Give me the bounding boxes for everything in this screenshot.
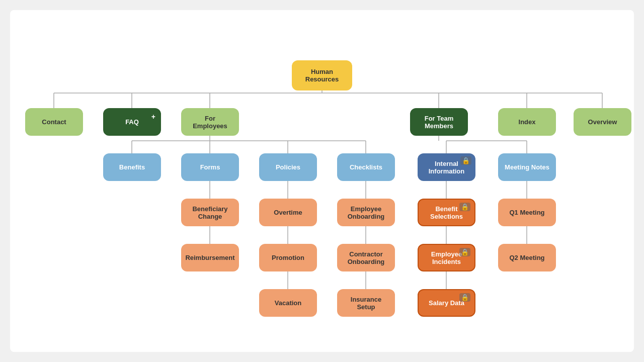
lock-icon: 🔒 xyxy=(459,248,470,256)
canvas: Human Resources Contact FAQ + For Employ… xyxy=(10,10,634,352)
plus-badge: + xyxy=(151,113,155,121)
node-policies[interactable]: Policies xyxy=(259,153,317,181)
node-contractor-onboarding[interactable]: Contractor Onboarding xyxy=(337,244,395,272)
node-meeting-notes[interactable]: Meeting Notes xyxy=(498,153,556,181)
node-human-resources[interactable]: Human Resources xyxy=(292,60,352,90)
node-benefits[interactable]: Benefits xyxy=(103,153,161,181)
node-q1-meeting[interactable]: Q1 Meeting xyxy=(498,199,556,226)
node-vacation[interactable]: Vacation xyxy=(259,289,317,317)
node-employee-incidents[interactable]: Employee Incidents 🔒 xyxy=(418,244,475,272)
node-index[interactable]: Index xyxy=(498,108,556,136)
node-insurance-setup[interactable]: Insurance Setup xyxy=(337,289,395,317)
node-reimbursement[interactable]: Reimbursement xyxy=(181,244,239,272)
node-salary-data[interactable]: Salary Data 🔒 xyxy=(418,289,475,317)
node-contact[interactable]: Contact xyxy=(25,108,83,136)
node-for-employees[interactable]: For Employees xyxy=(181,108,239,136)
node-q2-meeting[interactable]: Q2 Meeting xyxy=(498,244,556,272)
node-checklists[interactable]: Checklists xyxy=(337,153,395,181)
lock-icon: 🔒 xyxy=(459,293,470,302)
node-faq[interactable]: FAQ + xyxy=(103,108,161,136)
node-benefit-selections[interactable]: Benefit Selections 🔒 xyxy=(418,199,475,226)
node-employee-onboarding[interactable]: Employee Onboarding xyxy=(337,199,395,226)
node-internal-information[interactable]: Internal Information 🔒 xyxy=(418,153,475,181)
node-forms[interactable]: Forms xyxy=(181,153,239,181)
node-overview[interactable]: Overview xyxy=(574,108,631,136)
node-promotion[interactable]: Promotion xyxy=(259,244,317,272)
node-beneficiary-change[interactable]: Beneficiary Change xyxy=(181,199,239,226)
node-overtime[interactable]: Overtime xyxy=(259,199,317,226)
node-for-team-members[interactable]: For Team Members xyxy=(410,108,468,136)
lock-icon: 🔒 xyxy=(460,156,471,165)
lock-icon: 🔒 xyxy=(459,203,470,211)
